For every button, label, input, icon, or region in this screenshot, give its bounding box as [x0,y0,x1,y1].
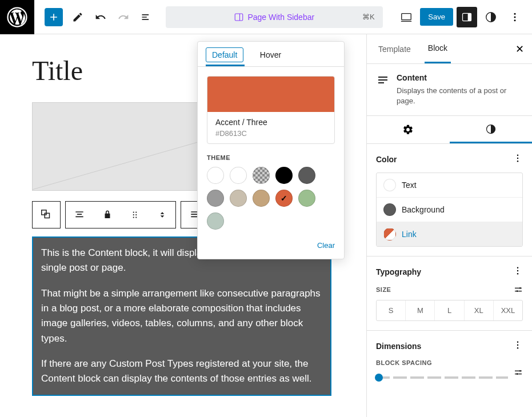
document-bar[interactable]: Page With Sidebar ⌘K [166,6,383,28]
redo-button[interactable] [113,7,134,27]
align-button[interactable] [66,202,93,228]
svg-point-10 [514,19,515,21]
styles-button[interactable] [481,7,501,27]
close-sidebar-button[interactable]: ✕ [515,43,524,55]
styles-subtab[interactable] [450,116,533,143]
size-button-l[interactable]: L [434,300,463,320]
save-button[interactable]: Save [420,8,453,26]
settings-sidebar-toggle[interactable] [457,7,477,27]
theme-swatch[interactable] [207,212,224,230]
svg-rect-6 [468,13,471,21]
theme-swatch[interactable] [253,190,270,207]
right-tools: Save [396,7,525,27]
svg-rect-3 [402,13,411,19]
content-block-icon [376,73,390,106]
size-button-s[interactable]: S [377,300,405,320]
typography-panel-menu[interactable] [513,266,523,278]
sidebar-subtabs [367,116,532,144]
svg-point-28 [517,273,518,274]
clear-color-button[interactable]: Clear [207,241,335,250]
size-button-xxl[interactable]: XXL [493,300,522,320]
size-label: SIZE [376,286,391,293]
svg-point-34 [519,370,521,372]
color-row-text[interactable]: Text [377,173,522,197]
svg-rect-12 [45,213,49,218]
size-buttons: SMLXLXXL [376,300,523,321]
theme-swatch[interactable] [298,190,315,207]
theme-swatch-grid [207,167,335,230]
slider-thumb[interactable] [375,374,383,382]
color-row-link[interactable]: Link [377,222,522,246]
svg-point-15 [133,214,134,215]
theme-swatch[interactable] [253,167,270,184]
block-description: Displays the contents of a post or page. [397,86,523,106]
block-type-button[interactable] [33,202,60,228]
document-overview-button[interactable] [136,7,157,27]
svg-rect-11 [42,210,46,215]
color-preview-box[interactable]: Accent / Three #D8613C [207,76,335,144]
color-panel-title: Color [376,155,397,164]
color-rows: TextBackgroundLink [376,173,523,247]
color-row-label: Link [402,230,417,239]
color-picker-popover: Default Hover Accent / Three #D8613C THE… [197,41,345,259]
settings-sliders-icon[interactable] [514,285,523,294]
settings-subtab[interactable] [367,116,450,143]
svg-point-18 [135,216,137,218]
theme-swatch[interactable] [275,190,293,207]
top-toolbar: Page With Sidebar ⌘K Save [0,0,532,34]
color-name: Accent / Three [215,118,326,127]
theme-swatch[interactable] [275,167,293,184]
theme-swatch[interactable] [207,190,224,207]
edit-mode-button[interactable] [67,7,88,27]
content-block-preview[interactable]: This is the Content block, it will displ… [32,236,331,396]
move-button[interactable] [148,202,175,228]
svg-point-33 [517,347,518,348]
dimensions-panel-menu[interactable] [513,340,523,352]
content-paragraph: That might be a simple arrangement like … [41,286,322,346]
svg-point-32 [517,344,518,346]
tab-template[interactable]: Template [375,34,414,63]
size-button-xl[interactable]: XL [464,300,493,320]
color-panel-menu[interactable] [513,153,523,166]
lock-button[interactable] [93,202,121,228]
size-button-m[interactable]: M [405,300,434,320]
svg-point-9 [514,16,515,18]
typography-panel: Typography SIZE SMLXLXXL [367,256,532,331]
block-spacing-slider[interactable] [376,376,508,379]
color-row-background[interactable]: Background [377,197,522,222]
svg-point-14 [135,211,137,212]
color-hex: #D8613C [215,129,326,138]
typography-title: Typography [376,267,421,276]
drag-handle[interactable] [121,202,148,228]
svg-point-26 [517,267,518,268]
wordpress-logo[interactable] [0,0,34,34]
page-title-label: Page With Sidebar [247,13,314,22]
svg-point-25 [517,161,518,162]
tab-block[interactable]: Block [425,34,451,63]
theme-swatch[interactable] [298,167,315,184]
editor-canvas: Title This is the Content block, it will… [0,34,366,417]
dimensions-panel: Dimensions BLOCK SPACING [367,331,532,388]
color-indicator [383,228,396,240]
theme-swatch[interactable] [230,167,247,184]
dimensions-title: Dimensions [376,342,421,351]
theme-swatch[interactable] [230,190,247,207]
svg-point-29 [519,287,521,289]
color-panel: Color TextBackgroundLink [367,144,532,256]
tab-hover[interactable]: Hover [260,50,281,65]
add-block-button[interactable] [45,8,63,26]
block-name: Content [397,73,523,82]
svg-point-13 [133,211,134,212]
tab-default[interactable]: Default [206,47,243,62]
svg-point-23 [517,155,518,156]
svg-point-30 [517,291,518,292]
color-indicator [383,179,396,191]
svg-point-17 [133,216,134,218]
color-row-label: Text [402,181,417,190]
view-button[interactable] [396,7,417,27]
settings-sliders-icon[interactable] [514,368,523,377]
undo-button[interactable] [90,7,111,27]
color-row-label: Background [402,205,445,214]
options-menu-button[interactable] [505,7,525,27]
theme-swatch[interactable] [207,167,224,184]
